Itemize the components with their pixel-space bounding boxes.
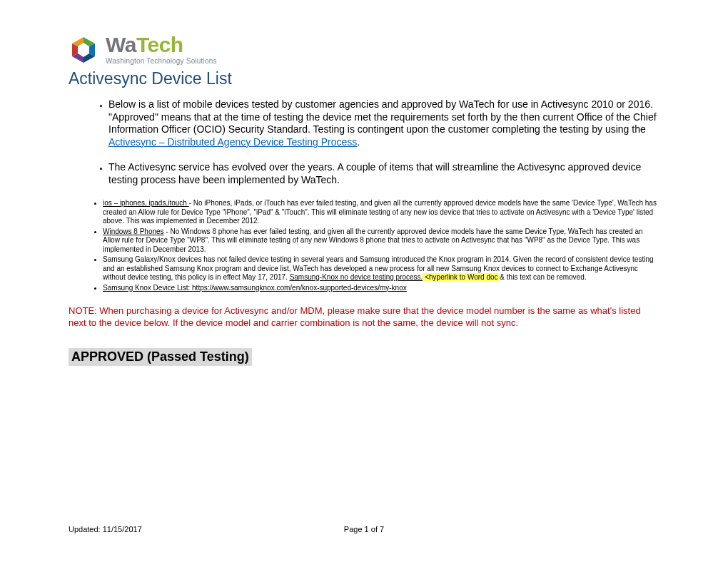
windows-item: Windows 8 Phones - No Windows 8 phone ha… [103,228,659,255]
ios-item: ios – iphones, ipads,itouch - No iPhones… [103,199,659,226]
intro-para-2: The Activesync service has evolved over … [108,161,659,186]
logo-mark-icon [69,36,98,64]
intro-para-1-pre: Below is a list of mobile devices tested… [108,98,657,135]
intro-list: Below is a list of mobile devices tested… [69,98,659,186]
knox-list-item: Samsung Knox Device List: https://www.sa… [103,284,659,293]
detail-list: ios – iphones, ipads,itouch - No iPhones… [69,199,659,292]
logo-wa: Wa [106,34,136,56]
knox-process-link[interactable]: Samsung-Knox no device testing process. [290,273,423,281]
knox-list-label: Samsung Knox Device List: [103,284,192,292]
logo-tech: Tech [136,34,183,56]
warning-note: NOTE: When purchasing a device for Activ… [69,305,659,329]
logo-subtitle: Washington Technology Solutions [106,57,217,65]
knox-item: Samsung Galaxy/Knox devices has not fail… [103,255,659,282]
win-text: - No Windows 8 phone has ever failed tes… [103,228,643,253]
ios-label: ios – iphones, ipads,itouch [103,199,189,207]
knox-highlight: <hyperlink to Word doc [423,273,500,281]
page-title: Activesync Device List [69,69,659,88]
knox-list-url[interactable]: https://www.samsungknox.com/en/knox-supp… [192,284,407,292]
win-label: Windows 8 Phones [103,228,164,235]
logo: Wa Tech Washington Technology Solutions [69,34,659,65]
footer-page: Page 1 of 7 [69,525,659,533]
approved-heading: APPROVED (Passed Testing) [69,348,252,366]
testing-process-link[interactable]: Activesync – Distributed Agency Device T… [108,136,357,148]
intro-para-1-post: . [357,136,360,148]
intro-para-1: Below is a list of mobile devices tested… [108,98,659,148]
page-footer: Updated: 11/15/2017 Page 1 of 7 [69,525,659,533]
knox-post: & this text can be removed. [500,273,586,281]
